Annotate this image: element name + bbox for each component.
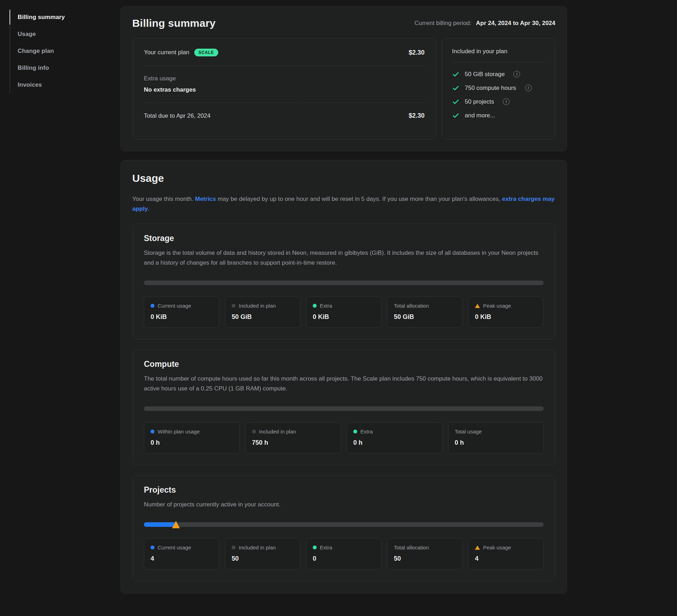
plan-badge: SCALE xyxy=(194,49,218,56)
billing-period-label: Current billing period: xyxy=(414,20,471,26)
included-in-plan-panel: Included in your plan 50 GiB storage i 7… xyxy=(442,38,555,140)
blue-dot-icon xyxy=(151,430,154,433)
stat-label: Included in plan xyxy=(239,303,276,309)
stat-label: Included in plan xyxy=(259,429,296,435)
stat-value: 4 xyxy=(151,555,213,562)
projects-stats: Current usage 4 Included in plan 50 Extr… xyxy=(144,538,544,569)
blue-dot-icon xyxy=(151,546,154,549)
stat-extra: Extra 0 KiB xyxy=(306,296,382,328)
included-item-compute-hours: 750 compute hours i xyxy=(452,81,545,95)
divider xyxy=(452,62,545,62)
stat-label: Extra xyxy=(320,544,332,550)
divider xyxy=(144,103,425,103)
orange-triangle-icon xyxy=(475,304,480,308)
orange-triangle-icon xyxy=(475,546,480,550)
included-item-label: 50 GiB storage xyxy=(465,71,505,78)
stat-total-usage: Total usage 0 h xyxy=(448,422,544,454)
stat-value: 50 GiB xyxy=(232,313,294,321)
stat-value: 50 GiB xyxy=(394,313,456,321)
checkmark-icon xyxy=(452,98,459,105)
intro-text: Your usage this month. xyxy=(132,196,195,202)
stat-label: Total allocation xyxy=(394,303,429,309)
billing-summary-body: Your current plan SCALE $2.30 Extra usag… xyxy=(132,38,555,140)
stat-label: Total usage xyxy=(455,429,482,435)
extra-usage-block: Extra usage No extras charges xyxy=(144,75,425,93)
checkmark-icon xyxy=(452,70,459,78)
stat-value: 0 xyxy=(313,555,375,562)
stat-value: 50 xyxy=(394,555,456,562)
included-item-label: 750 compute hours xyxy=(465,85,516,92)
included-title: Included in your plan xyxy=(452,48,545,55)
stat-value: 0 h xyxy=(353,439,436,446)
divider xyxy=(144,66,425,66)
current-plan-row: Your current plan SCALE $2.30 xyxy=(144,49,425,56)
stat-value: 0 KiB xyxy=(313,313,375,321)
included-item-projects: 50 projects i xyxy=(452,95,545,109)
metrics-link[interactable]: Metrics xyxy=(195,196,216,202)
projects-progress-fill xyxy=(144,522,176,527)
stat-label: Peak usage xyxy=(483,303,511,309)
usage-intro: Your usage this month. Metrics may be de… xyxy=(132,194,555,214)
compute-title: Compute xyxy=(144,359,544,369)
storage-stats: Current usage 0 KiB Included in plan 50 … xyxy=(144,296,544,328)
billing-period-value: Apr 24, 2024 to Apr 30, 2024 xyxy=(476,20,555,26)
green-dot-icon xyxy=(353,430,357,433)
billing-summary-header: Billing summary Current billing period: … xyxy=(132,17,555,29)
billing-nav: Billing summary Usage Change plan Billin… xyxy=(10,9,121,93)
green-dot-icon xyxy=(313,546,317,549)
intro-text: . xyxy=(148,205,150,212)
plan-charges-panel: Your current plan SCALE $2.30 Extra usag… xyxy=(132,38,436,140)
total-due-row: Total due to Apr 26, 2024 $2.30 xyxy=(144,112,425,119)
extra-usage-value: No extras charges xyxy=(144,86,425,93)
sidebar-item-invoices[interactable]: Invoices xyxy=(10,76,121,93)
stat-peak-usage: Peak usage 4 xyxy=(468,538,544,569)
stat-label: Within plan usage xyxy=(158,429,200,435)
sidebar-item-change-plan[interactable]: Change plan xyxy=(10,43,121,60)
projects-progress-bar xyxy=(144,522,544,527)
stat-label: Current usage xyxy=(158,544,191,550)
storage-description: Storage is the total volume of data and … xyxy=(144,248,544,268)
billing-summary-card: Billing summary Current billing period: … xyxy=(121,6,567,151)
gray-dot-icon xyxy=(232,304,236,308)
usage-title: Usage xyxy=(132,172,555,184)
info-icon[interactable]: i xyxy=(503,98,510,105)
stat-peak-usage: Peak usage 0 KiB xyxy=(468,296,544,328)
stat-extra: Extra 0 h xyxy=(347,422,443,454)
gray-dot-icon xyxy=(232,546,236,549)
info-icon[interactable]: i xyxy=(525,85,532,91)
included-item-label: 50 projects xyxy=(465,98,494,105)
stat-label: Peak usage xyxy=(483,544,511,550)
gray-dot-icon xyxy=(252,430,256,433)
stat-extra: Extra 0 xyxy=(306,538,382,569)
stat-label: Extra xyxy=(320,303,332,309)
stat-label: Included in plan xyxy=(239,544,276,550)
stat-total-allocation: Total allocation 50 GiB xyxy=(387,296,463,328)
checkmark-icon xyxy=(452,84,459,92)
compute-progress-bar xyxy=(144,406,544,411)
sidebar-item-billing-info[interactable]: Billing info xyxy=(10,60,121,76)
current-plan-label-group: Your current plan SCALE xyxy=(144,49,218,56)
stat-within-plan-usage: Within plan usage 0 h xyxy=(144,422,240,454)
checkmark-icon xyxy=(452,112,459,119)
stat-value: 0 KiB xyxy=(475,313,537,321)
compute-description: The total number of compute hours used s… xyxy=(144,374,544,394)
green-dot-icon xyxy=(313,304,317,308)
included-item-storage: 50 GiB storage i xyxy=(452,67,545,81)
projects-section: Projects Number of projects currently ac… xyxy=(132,475,555,581)
main-content: Billing summary Current billing period: … xyxy=(121,0,567,593)
stat-value: 750 h xyxy=(252,439,335,446)
page: Billing summary Usage Change plan Billin… xyxy=(0,0,677,593)
compute-stats: Within plan usage 0 h Included in plan 7… xyxy=(144,422,544,454)
info-icon[interactable]: i xyxy=(513,71,520,78)
stat-label: Current usage xyxy=(158,303,191,309)
sidebar-item-billing-summary[interactable]: Billing summary xyxy=(10,9,121,26)
storage-title: Storage xyxy=(144,234,544,243)
stat-value: 0 h xyxy=(151,439,233,446)
stat-included-in-plan: Included in plan 50 xyxy=(225,538,300,569)
peak-usage-marker-icon xyxy=(172,521,180,528)
current-plan-label: Your current plan xyxy=(144,49,189,56)
sidebar-item-usage[interactable]: Usage xyxy=(10,26,121,43)
total-due-amount: $2.30 xyxy=(409,112,425,119)
intro-text: may be delayed by up to one hour and wil… xyxy=(216,196,502,202)
total-due-label: Total due to Apr 26, 2024 xyxy=(144,112,211,119)
